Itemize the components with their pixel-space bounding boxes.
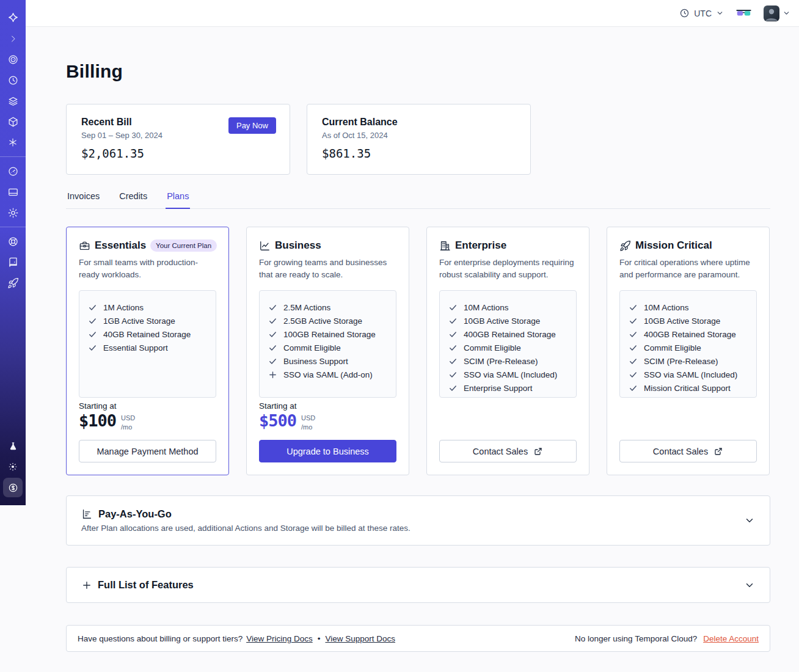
- feature-item: 2.5GB Active Storage: [268, 315, 387, 328]
- clock-icon: [679, 8, 690, 18]
- settings-icon: [7, 207, 19, 219]
- usage-icon: [7, 166, 19, 177]
- feature-label: Business Support: [283, 355, 348, 368]
- price-currency: USD: [121, 414, 135, 422]
- sidebar-item-usage[interactable]: [0, 161, 26, 181]
- essentials-cta-button[interactable]: Manage Payment Method: [79, 440, 216, 462]
- plan-footer: Starting at$100USD/moManage Payment Meth…: [79, 401, 216, 462]
- feature-item: 1M Actions: [88, 301, 207, 315]
- sidebar-item-settings[interactable]: [0, 202, 26, 223]
- labs-icon: [8, 441, 18, 451]
- timezone-selector[interactable]: UTC: [679, 8, 724, 18]
- feature-label: SSO via SAML (Add-on): [283, 368, 373, 382]
- enterprise-cta-button[interactable]: Contact Sales: [439, 440, 577, 462]
- view-pricing-docs-link[interactable]: View Pricing Docs: [246, 634, 313, 643]
- price-period: /mo: [121, 423, 135, 431]
- footer-bullet: •: [318, 634, 321, 643]
- sidebar-item-temporal-logo[interactable]: [0, 7, 26, 28]
- sidebar-item-billing[interactable]: [0, 477, 26, 498]
- price-period: /mo: [301, 423, 315, 431]
- price-unit: USD/mo: [301, 411, 315, 431]
- billing-summary-row: Recent Bill Sep 01 – Sep 30, 2024 $2,061…: [66, 104, 770, 175]
- price-row: $500USD/mo: [259, 411, 396, 431]
- toolbox-icon: [79, 240, 90, 252]
- sidebar-item-docs[interactable]: [0, 252, 26, 272]
- feature-item: Enterprise Support: [448, 382, 567, 395]
- sidebar-item-collapse[interactable]: [0, 28, 26, 49]
- feature-item: 10GB Active Storage: [448, 315, 567, 328]
- billing-page: Billing Recent Bill Sep 01 – Sep 30, 202…: [66, 27, 770, 652]
- sidebar-item-nexus[interactable]: [0, 132, 26, 153]
- check-icon: [88, 343, 97, 352]
- delete-account-link[interactable]: Delete Account: [703, 634, 759, 643]
- footer-help-text: Have questions about billing or support …: [78, 634, 395, 643]
- feature-item: 100GB Retained Storage: [268, 328, 387, 341]
- tab-invoices[interactable]: Invoices: [66, 188, 101, 208]
- feature-label: SCIM (Pre-Release): [464, 355, 538, 368]
- pay-as-you-go-panel[interactable]: Pay-As-You-Go After Plan allocations are…: [66, 495, 770, 546]
- tab-plans[interactable]: Plans: [166, 188, 190, 209]
- expand-features-chevron-icon[interactable]: [744, 580, 755, 591]
- price-currency: USD: [301, 414, 315, 422]
- plan-card-essentials: EssentialsYour Current PlanFor small tea…: [66, 227, 229, 475]
- sidebar-item-stacks[interactable]: [0, 90, 26, 111]
- active-item-highlight: [3, 478, 23, 497]
- sidebar-item-schedules[interactable]: [0, 70, 26, 90]
- account-menu[interactable]: [764, 5, 790, 21]
- feature-item: Commit Eligible: [268, 341, 387, 355]
- avatar: [764, 5, 779, 21]
- current-plan-badge: Your Current Plan: [150, 239, 217, 252]
- full-features-panel[interactable]: Full List of Features: [66, 567, 770, 603]
- sidebar-item-payments[interactable]: [0, 181, 26, 202]
- cta-label: Manage Payment Method: [97, 447, 198, 456]
- theme-icon: [7, 461, 18, 472]
- feature-label: SSO via SAML (Included): [644, 368, 737, 382]
- plan-name: Business: [275, 239, 321, 252]
- plan-card-mission-critical: Mission CriticalFor critical operations …: [607, 227, 770, 475]
- chevron-down-icon: [783, 9, 790, 17]
- plan-description: For growing teams and businesses that ar…: [259, 257, 396, 282]
- tab-credits[interactable]: Credits: [118, 188, 148, 208]
- pay-now-button[interactable]: Pay Now: [228, 117, 276, 134]
- check-icon: [448, 303, 458, 312]
- check-icon: [629, 343, 638, 352]
- full-features-title: Full List of Features: [98, 579, 194, 591]
- nexus-icon: [7, 137, 18, 148]
- view-support-docs-link[interactable]: View Support Docs: [325, 634, 395, 643]
- feature-box: 10M Actions10GB Active Storage400GB Reta…: [439, 290, 577, 398]
- business-cta-button[interactable]: Upgrade to Business: [259, 440, 396, 462]
- chart-line-icon: [259, 240, 271, 252]
- sidebar-item-getting-started[interactable]: [0, 272, 26, 293]
- plan-header: Enterprise: [439, 239, 577, 252]
- sidebar-item-labs[interactable]: [0, 436, 26, 456]
- stacks-icon: [7, 95, 19, 107]
- feature-label: 10GB Active Storage: [644, 315, 720, 328]
- external-link-icon: [713, 447, 723, 456]
- feature-item: 10GB Active Storage: [629, 315, 748, 328]
- check-icon: [88, 303, 97, 312]
- check-icon: [268, 343, 277, 352]
- expand-payg-chevron-icon[interactable]: [744, 515, 755, 526]
- price-row: $100USD/mo: [79, 411, 216, 431]
- sidebar-item-deployments[interactable]: [0, 111, 26, 132]
- plan-name: Essentials: [95, 239, 146, 252]
- sidebar-item-theme[interactable]: [0, 456, 26, 477]
- building-icon: [439, 240, 451, 252]
- price-amount: $100: [79, 411, 116, 430]
- feature-label: 1GB Active Storage: [103, 315, 175, 328]
- timezone-label: UTC: [694, 9, 712, 18]
- plus-mark-icon: [268, 370, 277, 379]
- check-icon: [448, 384, 458, 393]
- glasses-icon: [736, 8, 751, 19]
- mission-critical-cta-button[interactable]: Contact Sales: [619, 440, 757, 462]
- sidebar-item-support[interactable]: [0, 231, 26, 252]
- cta-label: Contact Sales: [473, 447, 528, 456]
- footer-bar: Have questions about billing or support …: [66, 625, 770, 652]
- feedback-glasses-button[interactable]: [736, 8, 751, 19]
- plan-header: EssentialsYour Current Plan: [79, 239, 216, 252]
- sidebar-item-namespaces[interactable]: [0, 49, 26, 70]
- feature-item: 2.5M Actions: [268, 301, 387, 315]
- plans-row: EssentialsYour Current PlanFor small tea…: [66, 227, 770, 475]
- temporal-logo-icon: [7, 12, 20, 24]
- feature-item: SSO via SAML (Included): [448, 368, 567, 382]
